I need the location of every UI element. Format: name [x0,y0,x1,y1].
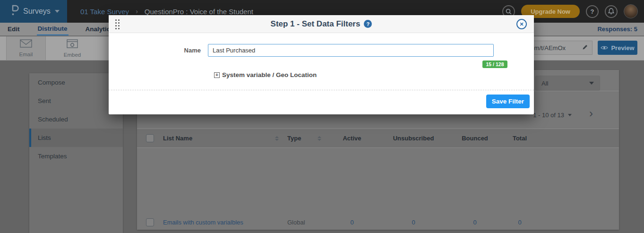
save-filter-button[interactable]: Save Filter [486,95,530,108]
drag-handle-icon[interactable] [115,19,120,30]
tab-edit[interactable]: Edit [7,24,21,35]
modal-body: Name 15 / 128 + System variable / Geo Lo… [109,33,534,90]
modal-header: Step 1 - Set Data Filters ? ✕ [109,15,534,33]
sort-icon[interactable] [318,136,321,141]
modal-title: Step 1 - Set Data Filters ? [271,19,372,29]
system-variable-toggle[interactable]: + System variable / Geo Location [214,71,317,78]
pagination-range: 1 - 10 of 13 [533,112,564,119]
toolbar-item-email[interactable]: Email [6,36,46,60]
next-page-icon[interactable]: › [589,108,593,119]
name-label: Name [109,47,208,54]
embed-icon [67,39,78,50]
breadcrumb-survey-title: QuestionPro : Voice of the Student [145,8,253,16]
email-icon [20,39,32,50]
char-count-badge: 15 / 128 [352,60,638,68]
column-bounced: Bounced [449,135,501,142]
surveys-menu[interactable]: Surveys [0,0,67,23]
responses-count[interactable]: Responses: 5 [597,26,637,33]
table-row: Emails with custom varialbles Global 0 0… [137,212,619,230]
product-menu-label: Surveys [23,7,51,16]
filter-name-input[interactable] [208,44,494,57]
toolbar-item-embed[interactable]: Embed [52,36,92,60]
table-header: List Name Type Active Unsubscribed Bounc… [137,129,619,148]
list-name-link[interactable]: Emails with custom varialbles [163,219,283,226]
eye-icon [601,44,608,52]
preview-button[interactable]: Preview [598,41,637,55]
sort-icon[interactable] [275,136,279,141]
questionpro-app: Surveys 01 Take Survey › QuestionPro : V… [0,0,644,233]
plus-square-icon: + [214,72,220,78]
pagination: 1 - 10 of 13 [533,112,572,119]
tab-distribute[interactable]: Distribute [37,23,69,35]
sidebar-item-lists[interactable]: Lists [29,129,123,147]
modal-footer: Save Filter [109,90,534,114]
edit-pencil-icon[interactable] [582,43,588,52]
help-icon[interactable]: ? [586,5,599,18]
chevron-down-icon[interactable] [568,114,572,116]
chevron-down-icon [55,10,60,13]
column-unsubscribed: Unsubscribed [378,135,449,142]
row-checkbox[interactable] [146,218,154,226]
breadcrumb-separator: › [136,8,138,15]
questionpro-logo-icon [10,5,19,18]
help-filled-icon[interactable]: ? [364,20,372,28]
column-list-name: List Name [163,135,192,142]
column-total: Total [501,135,539,142]
column-active: Active [326,135,378,142]
breadcrumb-survey-link[interactable]: 01 Take Survey [80,8,129,16]
breadcrumb: 01 Take Survey › QuestionPro : Voice of … [80,8,253,16]
set-data-filters-modal: Step 1 - Set Data Filters ? ✕ Name 15 / … [109,15,534,114]
column-type: Type [287,135,301,142]
bell-icon[interactable] [605,5,618,18]
close-icon[interactable]: ✕ [516,19,527,29]
user-avatar[interactable] [624,4,638,18]
select-all-checkbox[interactable] [146,134,154,142]
sidebar-item-templates[interactable]: Templates [29,147,123,165]
